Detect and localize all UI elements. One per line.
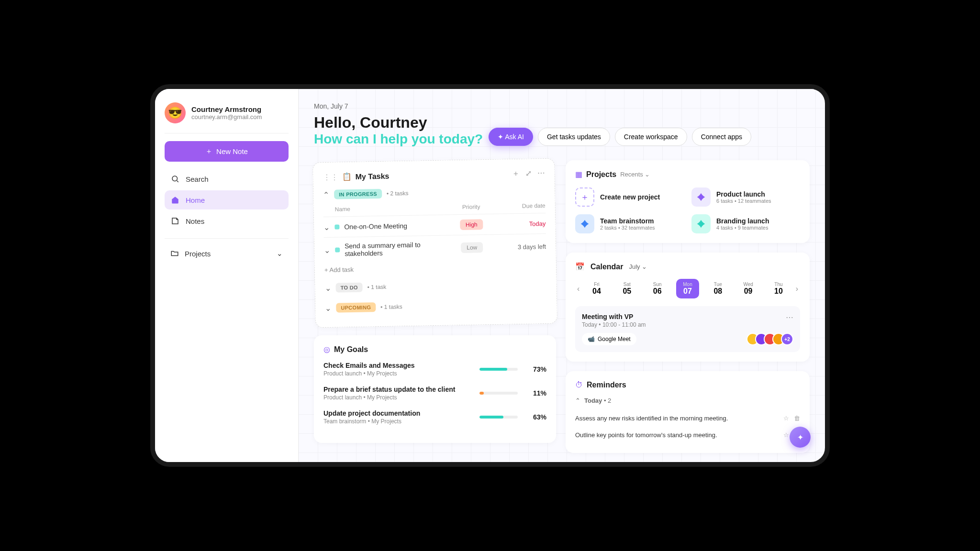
sidebar-item-projects[interactable]: Projects ⌄ bbox=[165, 244, 289, 263]
task-count: • 1 task bbox=[368, 284, 387, 291]
sidebar: 😎 Courtney Armstrong courtney.arm@gmail.… bbox=[155, 89, 299, 462]
chevron-down-icon[interactable]: ⌄ bbox=[323, 222, 330, 231]
projects-filter[interactable]: Recents ⌄ bbox=[620, 171, 650, 178]
folder-icon bbox=[170, 249, 179, 258]
day-number: 07 bbox=[681, 287, 694, 296]
col-due: Due date bbox=[493, 202, 546, 210]
reminder-section: Today • 2 bbox=[584, 397, 611, 404]
calendar-day[interactable]: Thu10 bbox=[767, 279, 790, 298]
goal-item[interactable]: Prepare a brief status update to the cli… bbox=[323, 386, 546, 401]
project-icon bbox=[691, 187, 711, 207]
new-note-button[interactable]: ＋ New Note bbox=[165, 141, 289, 162]
calendar-day[interactable]: Fri04 bbox=[585, 279, 608, 298]
drag-icon[interactable]: ⋮⋮ bbox=[323, 173, 338, 182]
day-of-week: Sat bbox=[620, 282, 634, 287]
chevron-down-icon[interactable]: ⌄ bbox=[325, 303, 331, 312]
project-item[interactable]: Team brainstorm2 tasks • 32 teammates bbox=[575, 214, 684, 233]
day-number: 04 bbox=[590, 287, 603, 296]
plus-icon: ＋ bbox=[205, 147, 212, 156]
project-name: Create new project bbox=[600, 193, 660, 201]
status-dot bbox=[334, 224, 339, 229]
sidebar-label: Home bbox=[186, 196, 205, 204]
day-of-week: Sun bbox=[651, 282, 664, 287]
calendar-day[interactable]: Wed09 bbox=[737, 279, 760, 298]
user-profile[interactable]: 😎 Courtney Armstrong courtney.arm@gmail.… bbox=[165, 99, 289, 133]
tasks-updates-chip[interactable]: Get tasks updates bbox=[538, 128, 610, 146]
card-title: Projects bbox=[586, 170, 616, 179]
project-name: Branding launch bbox=[716, 217, 769, 225]
project-item[interactable]: Branding launch4 tasks • 9 teammates bbox=[691, 214, 800, 233]
goal-name: Check Emails and Messages bbox=[323, 362, 472, 369]
status-tag: IN PROGRESS bbox=[334, 189, 382, 199]
calendar-card: 📅 Calendar July ⌄ ‹ Fri04Sat05Sun06Mon07… bbox=[566, 253, 810, 362]
calendar-day[interactable]: Sun06 bbox=[646, 279, 669, 298]
chevron-down-icon[interactable]: ⌄ bbox=[324, 245, 330, 254]
sidebar-item-notes[interactable]: Notes bbox=[165, 211, 289, 231]
ai-fab-button[interactable]: ✦ bbox=[790, 427, 811, 448]
more-icon[interactable]: ⋯ bbox=[537, 168, 545, 178]
current-date: Mon, July 7 bbox=[314, 102, 810, 110]
pin-icon[interactable]: ☆ bbox=[783, 431, 789, 439]
target-icon: ◎ bbox=[323, 345, 330, 354]
goal-meta: Product launch • My Projects bbox=[323, 394, 472, 401]
avatar: 😎 bbox=[165, 102, 186, 123]
attendees[interactable]: +2 bbox=[750, 333, 793, 345]
project-item[interactable]: Product launch6 tasks • 12 teammates bbox=[691, 187, 800, 207]
day-number: 05 bbox=[620, 287, 634, 296]
status-dot bbox=[335, 247, 340, 252]
collapse-icon[interactable]: ⌃ bbox=[323, 190, 329, 199]
delete-icon[interactable]: 🗑 bbox=[794, 415, 800, 422]
day-number: 08 bbox=[711, 287, 724, 296]
create-workspace-chip[interactable]: Create workspace bbox=[615, 128, 687, 146]
goal-meta: Product launch • My Projects bbox=[323, 370, 472, 377]
connect-apps-chip[interactable]: Connect apps bbox=[692, 128, 751, 146]
sidebar-item-search[interactable]: Search bbox=[165, 169, 289, 188]
sidebar-label: Projects bbox=[185, 250, 211, 258]
project-icon bbox=[691, 214, 711, 233]
calendar-day[interactable]: Sat05 bbox=[615, 279, 638, 298]
expand-icon[interactable]: ⤢ bbox=[525, 168, 531, 178]
next-icon[interactable]: › bbox=[794, 285, 800, 293]
reminders-card: ⏱ Reminders ⌃ Today • 2 Assess any new r… bbox=[566, 371, 810, 453]
more-icon[interactable]: ⋯ bbox=[786, 313, 793, 322]
create-project-button[interactable]: ＋ Create new project bbox=[575, 187, 684, 207]
status-tag: UPCOMING bbox=[336, 302, 376, 312]
calendar-event[interactable]: Meeting with VP Today • 10:00 - 11:00 am… bbox=[575, 306, 800, 352]
goal-item[interactable]: Update project documentationTeam brainst… bbox=[323, 409, 546, 425]
chevron-down-icon: ⌄ bbox=[277, 249, 283, 258]
reminder-text: Outline key points for tomorrow's stand-… bbox=[575, 431, 717, 439]
task-name: One-on-One Meeting bbox=[344, 221, 450, 231]
collapse-icon[interactable]: ⌃ bbox=[575, 397, 580, 404]
goal-name: Prepare a brief status update to the cli… bbox=[323, 386, 472, 393]
day-of-week: Mon bbox=[681, 282, 694, 287]
avatar-more: +2 bbox=[781, 333, 793, 345]
sidebar-item-home[interactable]: Home bbox=[165, 190, 289, 209]
pin-icon[interactable]: ☆ bbox=[783, 415, 789, 422]
plus-icon: ＋ bbox=[575, 187, 594, 207]
subtitle: How can I help you today? bbox=[314, 132, 483, 147]
reminder-item[interactable]: Assess any new risks identified in the m… bbox=[575, 410, 800, 427]
due-date: Today bbox=[493, 220, 546, 228]
progress-pct: 63% bbox=[525, 413, 546, 421]
day-of-week: Thu bbox=[772, 282, 785, 287]
calendar-day[interactable]: Tue08 bbox=[706, 279, 729, 298]
task-name: Send a summary email to stakeholders bbox=[345, 240, 451, 257]
chevron-down-icon[interactable]: ⌄ bbox=[324, 283, 331, 292]
divider bbox=[165, 238, 289, 239]
grid-icon: ▦ bbox=[575, 170, 582, 179]
app-label: Google Meet bbox=[598, 336, 631, 342]
calendar-day[interactable]: Mon07 bbox=[676, 279, 699, 298]
note-icon bbox=[170, 216, 180, 226]
progress-pct: 73% bbox=[525, 365, 546, 373]
col-priority: Priority bbox=[450, 203, 493, 211]
meeting-link[interactable]: 📹 Google Meet bbox=[582, 333, 636, 345]
prev-icon[interactable]: ‹ bbox=[575, 285, 581, 293]
month-selector[interactable]: July ⌄ bbox=[629, 263, 647, 270]
reminder-item[interactable]: Outline key points for tomorrow's stand-… bbox=[575, 427, 800, 443]
sidebar-label: Search bbox=[186, 175, 209, 183]
ask-ai-chip[interactable]: ✦ Ask AI bbox=[489, 128, 533, 146]
task-row[interactable]: ⌄ Send a summary email to stakeholders L… bbox=[324, 233, 546, 263]
goal-item[interactable]: Check Emails and MessagesProduct launch … bbox=[323, 362, 546, 377]
new-note-label: New Note bbox=[216, 147, 248, 155]
add-icon[interactable]: ＋ bbox=[512, 169, 519, 179]
